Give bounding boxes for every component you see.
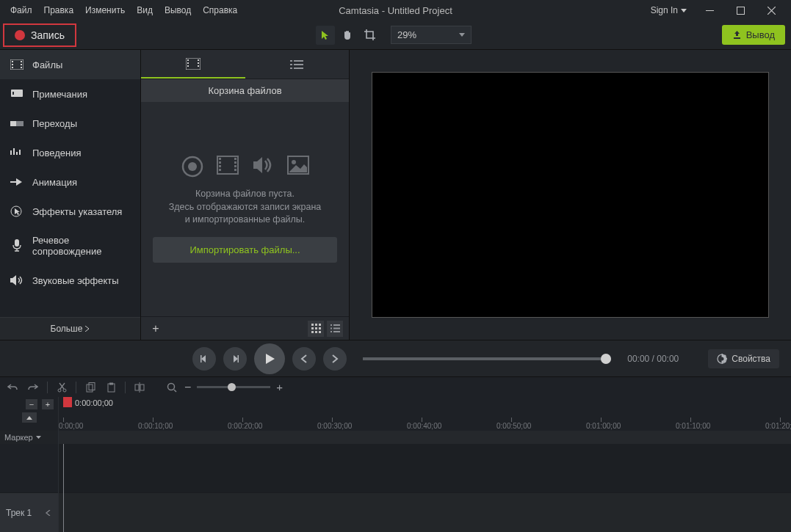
marker-row-label[interactable]: Маркер bbox=[0, 431, 59, 444]
preview-canvas[interactable] bbox=[372, 72, 769, 318]
sidebar-item-sound-effects[interactable]: Звуковые эффекты bbox=[0, 266, 140, 295]
track-header-1[interactable]: Трек 1 bbox=[0, 492, 58, 532]
tracks-area[interactable] bbox=[59, 444, 791, 532]
sidebar-item-label: Анимация bbox=[32, 177, 77, 188]
marker-lane[interactable] bbox=[59, 431, 791, 444]
svg-rect-18 bbox=[15, 239, 19, 247]
svg-point-65 bbox=[63, 389, 66, 392]
cursor-tool[interactable] bbox=[316, 26, 335, 45]
zoom-fit-button[interactable] bbox=[165, 381, 178, 394]
sidebar-more-button[interactable]: Больше bbox=[0, 317, 140, 340]
timeline-timecode: 0:00:00;00 bbox=[75, 398, 113, 407]
timeline-minus-button[interactable]: − bbox=[26, 399, 37, 409]
add-media-button[interactable]: + bbox=[147, 320, 165, 338]
sidebar-item-annotations[interactable]: Примечания bbox=[0, 79, 140, 109]
sidebar-item-label: Примечания bbox=[32, 89, 87, 100]
svg-point-33 bbox=[188, 162, 197, 171]
timeline-ruler[interactable]: 0:00:00;00 0:00:00;000:00:10;000:00:20;0… bbox=[59, 397, 791, 431]
playhead[interactable] bbox=[63, 397, 72, 407]
undo-button[interactable] bbox=[6, 381, 19, 394]
svg-rect-30 bbox=[290, 68, 292, 69]
prev-frame-button[interactable] bbox=[192, 347, 216, 371]
properties-button[interactable]: Свойства bbox=[708, 349, 779, 368]
step-forward-button[interactable] bbox=[323, 347, 347, 371]
media-tab-bin[interactable] bbox=[141, 50, 245, 79]
svg-rect-55 bbox=[333, 324, 340, 326]
zoom-in-button[interactable]: + bbox=[276, 381, 283, 393]
sidebar-item-voice[interactable]: Речевое сопровождение bbox=[0, 226, 140, 266]
window-close-button[interactable] bbox=[756, 0, 787, 21]
svg-rect-22 bbox=[187, 65, 189, 67]
zoom-select[interactable]: 29% bbox=[391, 26, 472, 44]
sidebar-item-behaviors[interactable]: Поведения bbox=[0, 138, 140, 167]
redo-button[interactable] bbox=[26, 381, 40, 394]
svg-rect-25 bbox=[198, 65, 199, 67]
split-button[interactable] bbox=[133, 381, 146, 394]
svg-rect-56 bbox=[331, 328, 332, 329]
timeline: − + 0:00:00;00 0:00:00;000:00:10;000:00:… bbox=[0, 397, 791, 532]
svg-rect-37 bbox=[219, 165, 221, 167]
paste-button[interactable] bbox=[104, 381, 118, 394]
svg-rect-31 bbox=[294, 68, 303, 69]
cursor-effect-icon bbox=[10, 205, 24, 217]
playback-scrubber[interactable] bbox=[363, 357, 611, 360]
step-back-button[interactable] bbox=[292, 347, 316, 371]
annotation-icon bbox=[10, 88, 24, 100]
svg-rect-5 bbox=[12, 67, 13, 68]
svg-point-72 bbox=[168, 383, 175, 390]
animation-icon bbox=[10, 176, 24, 188]
sidebar-item-transitions[interactable]: Переходы bbox=[0, 109, 140, 138]
sign-in-button[interactable]: Sign In bbox=[643, 2, 694, 18]
export-button[interactable]: Вывод bbox=[722, 25, 785, 45]
media-tab-library[interactable] bbox=[245, 50, 350, 79]
grid-icon bbox=[311, 324, 321, 333]
svg-rect-8 bbox=[21, 67, 22, 68]
menu-help[interactable]: Справка bbox=[197, 2, 243, 18]
svg-rect-42 bbox=[234, 169, 236, 171]
svg-rect-13 bbox=[10, 150, 12, 155]
sidebar: Файлы Примечания Переходы Поведения Аним… bbox=[0, 50, 141, 340]
sidebar-item-files[interactable]: Файлы bbox=[0, 50, 140, 79]
play-button[interactable] bbox=[254, 343, 285, 374]
timeline-collapse-button[interactable] bbox=[22, 412, 37, 423]
import-files-button[interactable]: Импортировать файлы... bbox=[153, 237, 337, 263]
menu-file[interactable]: Файл bbox=[4, 2, 38, 18]
svg-rect-50 bbox=[319, 327, 321, 329]
zoom-out-button[interactable]: − bbox=[184, 381, 191, 394]
menu-edit[interactable]: Правка bbox=[38, 2, 80, 18]
next-frame-button[interactable] bbox=[223, 347, 247, 371]
grid-view-button[interactable] bbox=[308, 321, 324, 337]
menu-output[interactable]: Вывод bbox=[159, 2, 197, 18]
menu-modify[interactable]: Изменить bbox=[79, 2, 131, 18]
list-view-button[interactable] bbox=[327, 321, 343, 337]
copy-button[interactable] bbox=[84, 381, 97, 394]
svg-rect-4 bbox=[12, 64, 13, 65]
sidebar-item-label: Файлы bbox=[32, 59, 62, 70]
record-button[interactable]: Запись bbox=[3, 23, 76, 47]
track-lane-1[interactable] bbox=[59, 492, 791, 532]
svg-rect-15 bbox=[16, 152, 18, 155]
playback-bar: 00:00 / 00:00 Свойства bbox=[0, 340, 791, 376]
media-type-icons bbox=[181, 156, 309, 178]
menu-view[interactable]: Вид bbox=[131, 2, 159, 18]
crop-tool[interactable] bbox=[360, 26, 379, 45]
timeline-zoom-slider[interactable] bbox=[197, 386, 270, 388]
window-minimize-button[interactable] bbox=[694, 0, 725, 21]
svg-rect-39 bbox=[234, 158, 236, 160]
svg-rect-38 bbox=[219, 169, 221, 171]
svg-rect-59 bbox=[333, 331, 340, 332]
chevron-right-icon bbox=[85, 326, 90, 332]
playhead-line bbox=[63, 444, 64, 532]
sidebar-item-animation[interactable]: Анимация bbox=[0, 167, 140, 197]
svg-rect-21 bbox=[187, 62, 189, 64]
hand-tool[interactable] bbox=[338, 26, 357, 45]
window-maximize-button[interactable] bbox=[725, 0, 756, 21]
svg-rect-47 bbox=[319, 324, 321, 326]
sidebar-item-label: Эффекты указателя bbox=[32, 206, 122, 217]
sidebar-item-cursor-effects[interactable]: Эффекты указателя bbox=[0, 197, 140, 226]
microphone-icon bbox=[10, 240, 24, 252]
media-bin-icon bbox=[186, 58, 201, 70]
cut-button[interactable] bbox=[55, 381, 68, 394]
list-icon bbox=[290, 59, 303, 70]
timeline-plus-button[interactable]: + bbox=[42, 399, 54, 409]
